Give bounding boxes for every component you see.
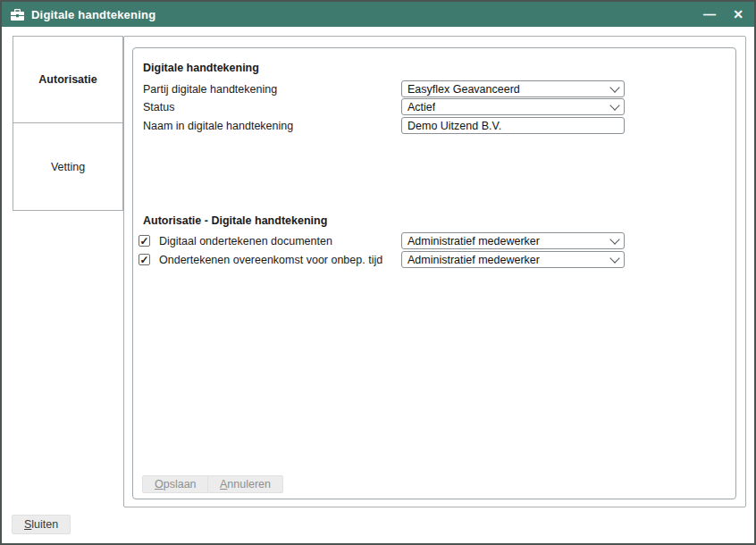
chevron-down-icon xyxy=(609,253,619,263)
label-partij-digitale-handtekening: Partij digitale handtekening xyxy=(143,80,277,97)
close-dialog-button[interactable]: Sluiten xyxy=(12,515,71,534)
section-title-digitale-handtekening: Digitale handtekening xyxy=(143,62,259,74)
checkbox-ondertekenen-overeenkomst-onbep-tijd[interactable]: ✓ xyxy=(139,254,150,265)
select-partij-digitale-handtekening[interactable]: Easyflex Geavanceerd xyxy=(401,80,625,97)
close-dialog-button-label: Sluiten xyxy=(24,518,58,531)
cancel-button[interactable]: Annuleren xyxy=(207,475,283,493)
select-digitaal-ondertekenen-rol-value: Administratief medewerker xyxy=(407,235,540,247)
tab-autorisatie-label: Autorisatie xyxy=(38,73,97,86)
select-status[interactable]: Actief xyxy=(401,98,625,115)
tab-autorisatie[interactable]: Autorisatie xyxy=(13,36,123,123)
select-digitaal-ondertekenen-rol[interactable]: Administratief medewerker xyxy=(401,232,625,249)
minimize-icon[interactable]: — xyxy=(702,8,717,21)
close-icon[interactable]: ✕ xyxy=(731,8,745,21)
select-partij-value: Easyflex Geavanceerd xyxy=(407,83,520,96)
titlebar: Digitale handtekening — ✕ xyxy=(2,2,754,27)
select-status-value: Actief xyxy=(407,101,435,113)
checkmark-icon: ✓ xyxy=(139,236,148,247)
section-title-autorisatie-digitale-handtekening: Autorisatie - Digitale handtekening xyxy=(143,214,327,227)
briefcase-icon xyxy=(11,9,24,21)
cancel-button-label: Annuleren xyxy=(220,478,271,490)
window-title: Digitale handtekening xyxy=(31,8,155,21)
save-button[interactable]: Opslaan xyxy=(142,475,209,493)
checkbox-digitaal-ondertekenen-documenten[interactable]: ✓ xyxy=(139,235,150,247)
select-ondertekenen-overeenkomst-rol-value: Administratief medewerker xyxy=(407,254,540,266)
input-naam-in-digitale-handtekening[interactable] xyxy=(401,117,625,134)
label-naam-in-digitale-handtekening: Naam in digitale handtekening xyxy=(143,117,293,134)
tab-vetting[interactable]: Vetting xyxy=(13,122,123,211)
label-digitaal-ondertekenen-documenten: Digitaal ondertekenen documenten xyxy=(159,232,332,249)
dialog-window: Digitale handtekening — ✕ Autorisatie Ve… xyxy=(0,0,756,545)
tab-vetting-label: Vetting xyxy=(51,161,85,173)
checkmark-icon: ✓ xyxy=(139,255,148,265)
chevron-down-icon xyxy=(609,234,619,244)
save-button-label: Opslaan xyxy=(155,478,197,490)
label-status: Status xyxy=(143,98,174,115)
window-controls: — ✕ xyxy=(702,8,745,21)
select-ondertekenen-overeenkomst-rol[interactable]: Administratief medewerker xyxy=(401,251,625,268)
label-ondertekenen-overeenkomst-onbep-tijd: Ondertekenen overeenkomst voor onbep. ti… xyxy=(159,251,382,268)
chevron-down-icon xyxy=(609,82,619,92)
chevron-down-icon xyxy=(609,100,619,110)
